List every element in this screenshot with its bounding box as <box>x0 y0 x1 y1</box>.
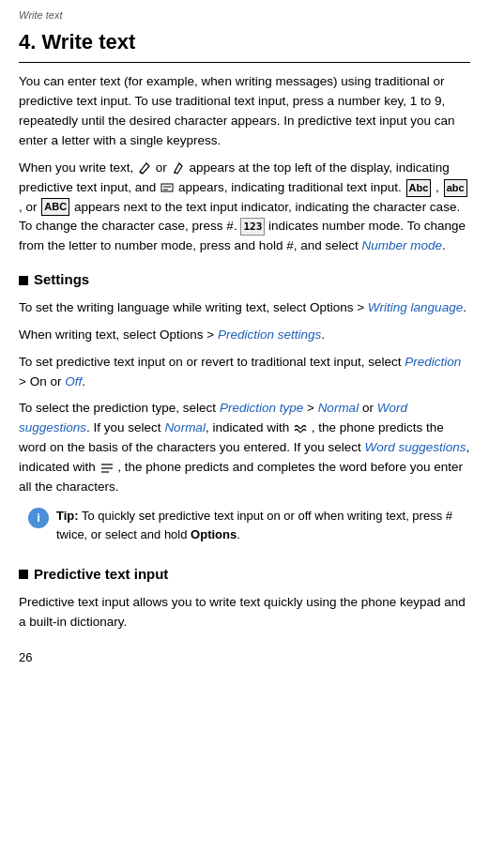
pencil2-icon <box>172 161 185 175</box>
svg-rect-1 <box>161 184 173 191</box>
list-icon <box>100 462 114 475</box>
pencil-icon <box>138 161 151 175</box>
prediction-link[interactable]: Prediction <box>405 355 461 369</box>
prediction-type-link[interactable]: Prediction type <box>220 401 303 415</box>
tip-icon: i <box>28 508 49 528</box>
tip-text: Tip: To quickly set predictive text inpu… <box>56 507 470 543</box>
svg-line-0 <box>140 172 142 174</box>
abc-icon: Abc <box>406 179 432 197</box>
number-mode-link[interactable]: Number mode <box>361 238 442 252</box>
settings-para3: To set predictive text input on or rever… <box>19 353 470 392</box>
intro-para1: You can enter text (for example, when wr… <box>19 72 470 151</box>
settings-heading: Settings <box>19 269 470 291</box>
ABC-icon: ABC <box>41 198 69 216</box>
normal-link1[interactable]: Normal <box>318 401 359 415</box>
intro-para2: When you write text, or appears at the t… <box>19 159 470 257</box>
prediction-settings-link[interactable]: Prediction settings <box>218 327 321 342</box>
settings-para2: When writing text, select Options > Pred… <box>19 326 470 345</box>
predictive-heading: Predictive text input <box>19 564 470 586</box>
predictive-bullet <box>19 570 28 579</box>
abc-lower-icon: abc <box>444 179 467 197</box>
page-number: 26 <box>19 650 470 664</box>
settings-para4: To select the prediction type, select Pr… <box>19 399 470 497</box>
chapter-title: 4. Write text <box>19 30 470 63</box>
traditional-icon <box>160 181 174 194</box>
writing-language-link[interactable]: Writing language <box>368 300 463 314</box>
word-suggestions-link2[interactable]: Word suggestions <box>364 440 466 454</box>
settings-para1: To set the writing language while writin… <box>19 298 470 318</box>
num-mode-icon: 123 <box>240 218 265 236</box>
page-header: Write text <box>19 9 470 24</box>
off-link[interactable]: Off <box>65 374 82 388</box>
normal-link2[interactable]: Normal <box>164 420 206 434</box>
options-link[interactable]: Options <box>191 527 237 541</box>
wave-icon <box>294 422 307 435</box>
predictive-para1: Predictive text input allows you to writ… <box>19 593 470 632</box>
tip-box: i Tip: To quickly set predictive text in… <box>28 507 470 551</box>
settings-bullet <box>19 276 28 285</box>
